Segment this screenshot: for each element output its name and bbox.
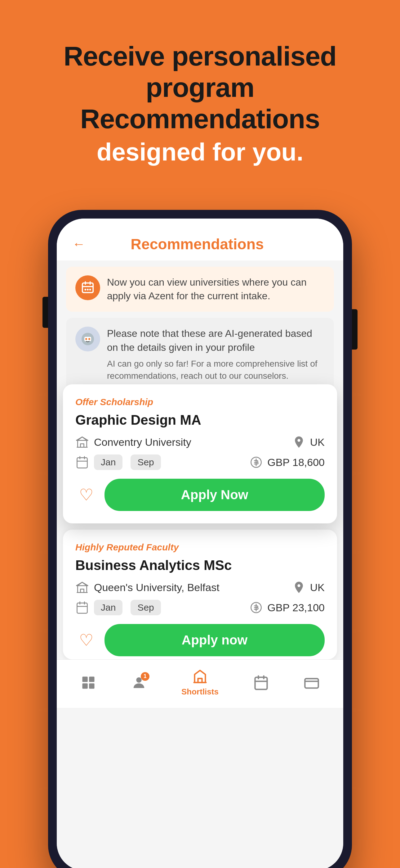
university-icon: [75, 435, 89, 449]
svg-point-18: [136, 677, 141, 682]
card-nav-icon: [304, 675, 320, 691]
location-icon-1: [292, 435, 306, 449]
card1-location-info: UK: [292, 435, 325, 449]
phone-mockup: ← Recommendations: [48, 210, 352, 868]
card1-favorite-button[interactable]: ♡: [75, 484, 97, 506]
card2-badge: Highly Reputed Faculty: [75, 542, 325, 553]
nav-item-shortlists[interactable]: Shortlists: [181, 669, 219, 696]
hero-subtitle: designed for you.: [25, 138, 375, 166]
card1-apply-button[interactable]: Apply Now: [104, 479, 325, 511]
banner2-main-text: Please note that these are AI-generated …: [107, 327, 325, 354]
svg-rect-16: [82, 683, 88, 688]
card1-intake-jan: Jan: [94, 455, 123, 470]
svg-rect-10: [77, 458, 88, 468]
apply-icon: [75, 275, 100, 300]
hero-section: Receive personalisedprogram Recommendati…: [0, 40, 400, 166]
svg-rect-19: [255, 677, 267, 689]
nav-item-calendar[interactable]: [253, 675, 269, 691]
university-icon-2: [75, 581, 89, 594]
card2-intake-jan: Jan: [94, 600, 123, 615]
card1-intake-row: Jan Sep GBP 18,600: [75, 455, 325, 470]
svg-rect-12: [77, 603, 88, 613]
card1-intake-sep: Sep: [131, 455, 161, 470]
ai-icon: [75, 327, 100, 351]
card1-university-row: Conventry University UK: [75, 435, 325, 449]
location-icon-2: [292, 581, 306, 594]
nav-item-card[interactable]: [304, 675, 320, 691]
svg-rect-0: [82, 283, 93, 292]
svg-rect-20: [305, 679, 319, 688]
svg-rect-15: [89, 677, 94, 682]
card2-location: UK: [310, 582, 325, 594]
svg-rect-17: [89, 683, 94, 688]
card2-apply-button[interactable]: Apply now: [104, 624, 325, 656]
shortlists-label: Shortlists: [181, 687, 219, 696]
banner2-sub-text: AI can go only so far! For a more compre…: [107, 358, 325, 382]
card2-university-row: Queen's University, Belfast UK: [75, 581, 325, 594]
heart-icon-1: ♡: [79, 486, 94, 504]
fee-icon-2: [249, 601, 263, 614]
card2-intake-row: Jan Sep GBP 23,100: [75, 600, 325, 615]
svg-point-2: [87, 288, 89, 290]
banner1-text: Now you can view universities where you …: [107, 275, 325, 303]
back-button[interactable]: ←: [72, 237, 85, 251]
card1-actions: ♡ Apply Now: [75, 479, 325, 511]
card2-fee: GBP 23,100: [267, 602, 325, 614]
card2-intake-info: Jan Sep: [75, 600, 164, 615]
calendar-icon-2: [75, 601, 89, 614]
fee-icon-1: [249, 456, 263, 469]
card2-fee-info: GBP 23,100: [249, 601, 325, 614]
calendar-nav-icon: [253, 675, 269, 691]
hero-title: Receive personalisedprogram Recommendati…: [25, 40, 375, 135]
calendar-icon-1: [75, 456, 89, 469]
card1-title: Graphic Design MA: [75, 412, 325, 428]
phone-inner-frame: ← Recommendations: [57, 219, 343, 868]
home-icon: [80, 675, 96, 691]
card1-fee: GBP 18,600: [267, 456, 325, 468]
card2-favorite-button[interactable]: ♡: [75, 629, 97, 651]
svg-point-9: [87, 333, 89, 335]
card1-university-name: Conventry University: [94, 436, 191, 448]
banner2-content: Please note that these are AI-generated …: [107, 327, 325, 382]
card1-badge: Offer Scholarship: [75, 397, 325, 407]
bottom-nav: 1 Shortlists: [57, 659, 343, 708]
svg-point-3: [89, 288, 91, 290]
shortlists-icon: [192, 669, 208, 685]
card2-intake-sep: Sep: [131, 600, 161, 615]
screen-title: Recommendations: [85, 236, 309, 253]
svg-point-7: [88, 338, 90, 340]
nav-bar: ← Recommendations: [57, 219, 343, 260]
nav-item-home[interactable]: [80, 675, 96, 691]
card2-title: Business Analytics MSc: [75, 558, 325, 573]
card1-fee-info: GBP 18,600: [249, 456, 325, 469]
card2-actions: ♡ Apply now: [75, 624, 325, 656]
card2-university-name: Queen's University, Belfast: [94, 582, 220, 594]
profile-badge: 1: [141, 672, 149, 681]
card1-university-info: Conventry University: [75, 435, 191, 449]
nav-item-profile[interactable]: 1: [131, 675, 147, 691]
phone-outer-frame: ← Recommendations: [48, 210, 352, 868]
card2-university-info: Queen's University, Belfast: [75, 581, 220, 594]
svg-point-6: [85, 338, 87, 340]
card1-intake-info: Jan Sep: [75, 455, 164, 470]
card-2: Highly Reputed Faculty Business Analytic…: [63, 530, 337, 659]
info-banner-apply: Now you can view universities where you …: [66, 267, 334, 312]
app-screen: ← Recommendations: [57, 219, 343, 868]
svg-rect-14: [82, 677, 88, 682]
card2-location-info: UK: [292, 581, 325, 594]
info-banner-ai: Please note that these are AI-generated …: [66, 318, 334, 391]
card-1: Offer Scholarship Graphic Design MA Conv…: [63, 384, 337, 523]
svg-point-1: [84, 288, 86, 290]
heart-icon-2: ♡: [79, 631, 94, 649]
card1-location: UK: [310, 436, 325, 448]
